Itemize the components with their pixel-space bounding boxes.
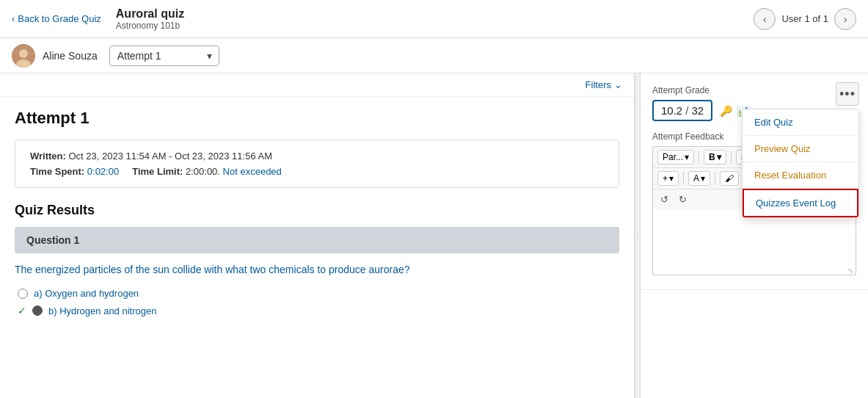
time-limit-label: Time Limit: — [132, 166, 183, 177]
paragraph-dropdown[interactable]: Par... ▾ — [657, 150, 694, 164]
panel-handle: ⋮ — [635, 73, 641, 398]
chevron-down-icon: ▾ — [685, 152, 689, 162]
not-exceeded: Not exceeded — [223, 166, 282, 177]
time-row: Time Spent: 0:02:00 Time Limit: 2:00:00.… — [30, 166, 604, 177]
bold-button[interactable]: B ▾ — [704, 150, 726, 164]
grade-separator: / — [685, 104, 688, 117]
radio-icon-a — [18, 289, 28, 299]
toolbar-sep-4 — [715, 172, 715, 185]
toolbar-sep-2 — [731, 151, 732, 164]
attempt-select[interactable]: Attempt 1 — [109, 46, 219, 66]
filters-link[interactable]: Filters ⌄ — [586, 79, 622, 90]
prev-user-button[interactable]: ‹ — [754, 8, 776, 30]
time-limit-value: 2:00:00. — [186, 166, 220, 177]
back-link[interactable]: ‹ Back to Grade Quiz — [12, 13, 101, 24]
avatar — [12, 44, 35, 68]
answer-label-b: b) Hydrogen and nitrogen — [48, 305, 156, 316]
answer-option-b: ✓ b) Hydrogen and nitrogen — [15, 305, 619, 316]
chevron-down-icon: ▾ — [717, 152, 721, 162]
quiz-results-heading: Quiz Results — [15, 203, 619, 218]
user-name-label: Aline Souza — [43, 50, 98, 62]
three-dot-menu-button[interactable]: ••• — [836, 82, 859, 106]
next-user-button[interactable]: › — [834, 8, 856, 30]
dropdown-menu: Edit Quiz Preview Quiz Reset Evaluation … — [742, 109, 859, 218]
paint-brush-icon: 🖌 — [725, 173, 734, 184]
quiz-subtitle: Astronomy 101b — [116, 21, 754, 31]
key-icon: 🔑 — [720, 105, 732, 117]
chevron-down-icon: ⌄ — [614, 79, 622, 90]
reset-evaluation-item[interactable]: Reset Evaluation — [743, 162, 858, 188]
brush-button[interactable]: 🖌 — [720, 171, 739, 186]
toolbar-sep-3 — [683, 172, 684, 185]
feedback-textarea-wrapper: ⤡ — [652, 209, 856, 278]
sub-header: Aline Souza Attempt 1 — [0, 38, 868, 73]
time-spent-label: Time Spent: — [30, 166, 84, 177]
redo-button[interactable]: ↻ — [676, 192, 690, 206]
written-label: Written: — [30, 151, 66, 162]
attempt-heading: Attempt 1 — [15, 109, 619, 128]
font-size-button[interactable]: A ▾ — [688, 171, 710, 186]
header: ‹ Back to Grade Quiz Auroral quiz Astron… — [0, 0, 868, 38]
filters-bar: Filters ⌄ — [0, 73, 634, 97]
insert-button[interactable]: + ▾ — [657, 171, 679, 186]
quizzes-event-log-item[interactable]: Quizzes Event Log — [743, 189, 858, 217]
written-value: Oct 23, 2023 11:54 AM - Oct 23, 2023 11:… — [69, 151, 273, 162]
chevron-left-icon: ‹ — [12, 13, 15, 24]
time-spent-value: 0:02:00 — [87, 166, 119, 177]
chevron-down-icon: ▾ — [701, 173, 705, 184]
toolbar-sep-1 — [699, 151, 699, 164]
resize-handle: ⤡ — [847, 267, 853, 275]
edit-quiz-item[interactable]: Edit Quiz — [743, 109, 858, 135]
attempt-select-wrapper[interactable]: Attempt 1 — [109, 46, 219, 66]
user-nav-label: User 1 of 1 — [781, 13, 828, 24]
question-text: The energized particles of the sun colli… — [15, 262, 619, 278]
content-area: Attempt 1 Written: Oct 23, 2023 11:54 AM… — [0, 97, 634, 334]
radio-icon-b — [32, 305, 43, 316]
attempt-grade-label: Attempt Grade — [652, 85, 856, 95]
chevron-down-icon: ▾ — [669, 173, 674, 184]
grade-box: 10.2 / 32 — [652, 100, 712, 121]
nav-controls: ‹ User 1 of 1 › — [754, 8, 856, 30]
undo-button[interactable]: ↺ — [657, 192, 671, 206]
question-header: Question 1 — [15, 227, 619, 253]
written-row: Written: Oct 23, 2023 11:54 AM - Oct 23,… — [30, 151, 604, 162]
quiz-title: Auroral quiz — [116, 7, 754, 21]
grade-value: 10.2 — [661, 104, 682, 117]
feedback-textarea[interactable] — [652, 209, 856, 275]
main-layout: Filters ⌄ Attempt 1 Written: Oct 23, 202… — [0, 73, 868, 398]
right-panel: ••• Attempt Grade 10.2 / 32 🔑 📊 Attempt … — [641, 73, 868, 398]
quiz-title-block: Auroral quiz Astronomy 101b — [116, 7, 754, 31]
attempt-info-box: Written: Oct 23, 2023 11:54 AM - Oct 23,… — [15, 140, 619, 188]
check-icon-b: ✓ — [18, 305, 26, 316]
grade-max: 32 — [691, 104, 704, 117]
answer-option-a: a) Oxygen and hydrogen — [15, 288, 619, 299]
answer-label-a: a) Oxygen and hydrogen — [34, 288, 139, 299]
left-panel: Filters ⌄ Attempt 1 Written: Oct 23, 202… — [0, 73, 635, 398]
svg-point-1 — [19, 49, 28, 58]
preview-quiz-item[interactable]: Preview Quiz — [743, 136, 858, 162]
